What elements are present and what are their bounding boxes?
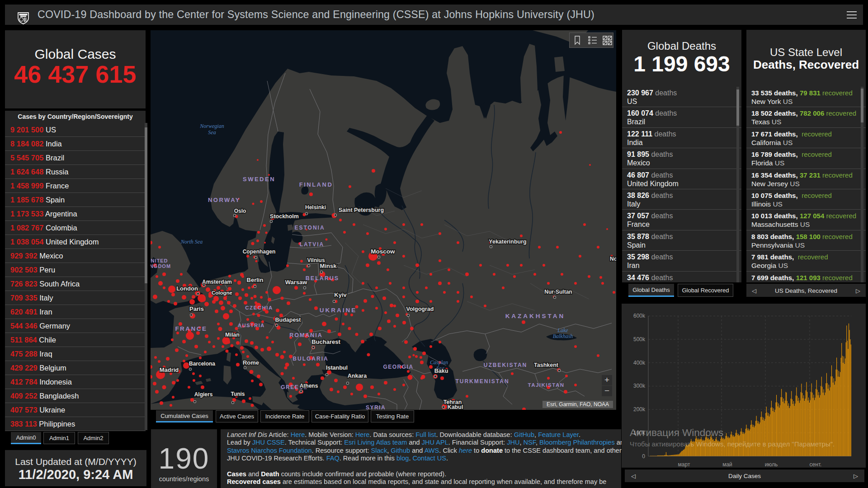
svg-text:Ankara: Ankara xyxy=(348,373,367,379)
svg-text:200k: 200k xyxy=(633,406,646,413)
svg-text:300k: 300k xyxy=(633,383,646,389)
svg-text:Saint Petersburg: Saint Petersburg xyxy=(339,207,384,213)
svg-text:Algiers: Algiers xyxy=(194,391,213,398)
svg-text:Novo: Novo xyxy=(610,256,616,262)
svg-text:SYRIA: SYRIA xyxy=(366,404,386,410)
svg-text:сент.: сент. xyxy=(810,461,822,468)
svg-text:London: London xyxy=(176,285,198,292)
svg-text:Amsterdam: Amsterdam xyxy=(202,279,232,285)
svg-text:Yekaterinburg: Yekaterinburg xyxy=(489,239,526,245)
svg-text:500k: 500k xyxy=(633,336,646,343)
svg-text:Milan: Milan xyxy=(225,332,240,338)
svg-text:Rome: Rome xyxy=(243,359,259,366)
svg-text:Balkhash: Balkhash xyxy=(553,333,573,339)
svg-text:май: май xyxy=(722,461,732,468)
svg-text:март: март xyxy=(678,461,690,468)
svg-text:CZECHIA: CZECHIA xyxy=(245,305,273,310)
svg-text:Sea: Sea xyxy=(208,129,216,136)
svg-text:Kyiv: Kyiv xyxy=(334,291,347,298)
svg-text:North Sea: North Sea xyxy=(180,239,203,245)
svg-text:BULGARIA: BULGARIA xyxy=(292,356,328,362)
svg-text:Athens: Athens xyxy=(300,383,318,389)
svg-text:Nur-Sultan: Nur-Sultan xyxy=(544,289,572,295)
svg-text:TAJIKISTAN: TAJIKISTAN xyxy=(528,382,564,388)
svg-text:FINLAND: FINLAND xyxy=(299,181,333,188)
svg-text:UNITED: UNITED xyxy=(151,258,168,263)
svg-text:июль: июль xyxy=(765,461,778,468)
svg-text:KINGDOM: KINGDOM xyxy=(151,263,171,269)
svg-text:Madrid: Madrid xyxy=(160,366,179,373)
svg-text:KAZAKHSTAN: KAZAKHSTAN xyxy=(505,313,566,319)
svg-text:Norwegian: Norwegian xyxy=(199,123,224,129)
svg-text:Budapest: Budapest xyxy=(275,317,302,323)
svg-text:Moscow: Moscow xyxy=(371,248,395,255)
svg-text:Helsinki: Helsinki xyxy=(305,204,326,211)
svg-text:600k: 600k xyxy=(633,313,646,319)
svg-text:Cologne: Cologne xyxy=(212,290,232,296)
svg-text:UZBEKISTAN: UZBEKISTAN xyxy=(484,362,527,368)
svg-text:Barcelona: Barcelona xyxy=(189,361,215,367)
svg-text:0: 0 xyxy=(642,453,645,460)
svg-text:LATVIA: LATVIA xyxy=(300,241,324,248)
svg-text:TURKMENISTAN: TURKMENISTAN xyxy=(455,378,509,385)
svg-text:Tashkent: Tashkent xyxy=(534,362,559,368)
svg-text:Berlin: Berlin xyxy=(247,277,264,283)
svg-text:ESTONIA: ESTONIA xyxy=(294,225,325,231)
svg-text:Casplan: Casplan xyxy=(430,359,448,366)
svg-text:Paris: Paris xyxy=(189,305,204,312)
svg-text:Istanbul: Istanbul xyxy=(326,365,348,371)
svg-text:Baku: Baku xyxy=(434,368,448,374)
svg-text:Volgograd: Volgograd xyxy=(406,306,434,312)
svg-text:Warsaw: Warsaw xyxy=(285,279,308,286)
svg-text:Stockholm: Stockholm xyxy=(270,213,299,220)
svg-text:FRANCE: FRANCE xyxy=(175,325,207,332)
svg-text:Bucharest: Bucharest xyxy=(311,338,340,345)
svg-text:Minsk: Minsk xyxy=(320,263,337,269)
svg-text:Tunis: Tunis xyxy=(231,391,245,397)
svg-text:400k: 400k xyxy=(633,360,646,366)
svg-text:UKRAINE: UKRAINE xyxy=(320,307,357,314)
svg-text:Copenhagen: Copenhagen xyxy=(243,249,276,255)
svg-text:Kabul: Kabul xyxy=(448,404,463,410)
svg-text:ROMANIA: ROMANIA xyxy=(289,332,323,338)
svg-text:Oslo: Oslo xyxy=(234,208,246,214)
svg-text:AUSTRIA: AUSTRIA xyxy=(238,323,264,328)
svg-text:BELARUS: BELARUS xyxy=(306,275,339,282)
svg-text:Lake: Lake xyxy=(557,327,568,333)
svg-text:NORWAY: NORWAY xyxy=(208,197,241,203)
svg-text:GEORGIA: GEORGIA xyxy=(383,364,413,370)
svg-text:SWEDEN: SWEDEN xyxy=(243,176,275,183)
